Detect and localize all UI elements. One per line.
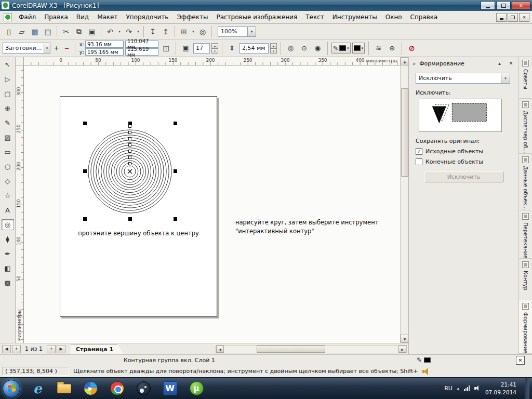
menu-edit[interactable]: Правка bbox=[40, 11, 72, 23]
undo-icon[interactable]: ↶ bbox=[104, 25, 116, 38]
minimize-button[interactable] bbox=[481, 1, 495, 10]
presets-value[interactable]: Заготовки... bbox=[3, 43, 44, 54]
basic-shapes-tool[interactable]: ☆ bbox=[2, 190, 14, 201]
menu-view[interactable]: Вид bbox=[72, 11, 93, 23]
mdi-restore-button[interactable] bbox=[508, 13, 518, 22]
menu-file[interactable]: Файл bbox=[15, 11, 40, 23]
scroll-left-icon[interactable]: ◀ bbox=[216, 345, 224, 353]
vertical-ruler[interactable]: 300 250 200 150 100 50 0 миллиметры bbox=[16, 65, 24, 343]
freehand-tool[interactable]: ✎ bbox=[2, 117, 14, 128]
save-icon[interactable]: ▦ bbox=[29, 25, 41, 38]
docker-close-icon[interactable]: ✕ bbox=[507, 60, 515, 67]
docker-rollup-icon[interactable]: ▴ bbox=[496, 60, 503, 67]
word-icon[interactable]: W bbox=[161, 380, 179, 397]
shaping-mode-dropdown-icon[interactable]: ▾ bbox=[501, 73, 510, 84]
menu-effects[interactable]: Эффекты bbox=[172, 11, 212, 23]
spinner-up-icon[interactable]: ▴ bbox=[270, 43, 277, 48]
windows-explorer-icon[interactable] bbox=[55, 380, 73, 397]
color-acceleration-icon[interactable]: ⊛ bbox=[386, 42, 398, 54]
polygon-tool[interactable]: ◇ bbox=[2, 176, 14, 187]
new-icon[interactable]: ▯ bbox=[3, 25, 15, 38]
docker-tab-object-data[interactable]: Данные объек... bbox=[519, 154, 532, 210]
selection-handle[interactable] bbox=[83, 169, 87, 173]
selection-handle[interactable] bbox=[174, 122, 177, 125]
to-center-contour-icon[interactable]: ◎ bbox=[285, 42, 297, 54]
vertical-scrollbar[interactable]: ▲ ▼ bbox=[400, 57, 408, 343]
paste-icon[interactable]: ▣ bbox=[86, 25, 98, 38]
nonproportional-lock-icon[interactable]: ◫ bbox=[160, 42, 172, 54]
source-objects-option[interactable]: ✓ Исходные объекты bbox=[416, 148, 512, 155]
fill-color-picker[interactable]: ▾ bbox=[352, 43, 365, 54]
source-objects-checkbox[interactable]: ✓ bbox=[416, 148, 422, 155]
add-preset-button[interactable]: + bbox=[52, 44, 61, 52]
start-button[interactable] bbox=[3, 380, 20, 397]
docker-tab-tips[interactable]: Советы bbox=[519, 57, 532, 99]
horizontal-scroll-thumb[interactable] bbox=[257, 345, 325, 353]
mdi-minimize-button[interactable] bbox=[496, 13, 507, 22]
docker-tab-shaping[interactable]: Формирование bbox=[519, 300, 532, 354]
drawing-area[interactable]: протяните вершину объекта к центру нарис… bbox=[24, 65, 400, 343]
rectangle-tool[interactable]: ▭ bbox=[2, 147, 14, 157]
docker-tab-contour[interactable]: Контур bbox=[519, 259, 532, 300]
menu-help[interactable]: Справка bbox=[406, 11, 442, 23]
contour-steps-field[interactable]: 17 bbox=[193, 43, 210, 54]
crop-tool[interactable]: ▢ bbox=[2, 88, 14, 99]
interactive-contour-tool[interactable]: ◎ bbox=[2, 219, 14, 230]
horizontal-scrollbar[interactable]: ◀ ▶ bbox=[216, 345, 407, 353]
shape-tool[interactable]: ▷ bbox=[2, 74, 14, 85]
language-indicator[interactable]: RU bbox=[444, 385, 453, 392]
media-player-icon[interactable]: ▶ bbox=[82, 380, 99, 397]
eyedropper-tool[interactable]: ⧫ bbox=[2, 234, 14, 245]
target-objects-checkbox[interactable] bbox=[416, 158, 422, 165]
menu-layout[interactable]: Макет bbox=[93, 11, 122, 23]
spinner-down-icon[interactable]: ▾ bbox=[270, 48, 277, 54]
steam-icon[interactable] bbox=[135, 380, 152, 397]
outside-contour-icon[interactable]: ◉ bbox=[312, 42, 324, 54]
network-icon[interactable] bbox=[464, 385, 470, 391]
first-page-icon[interactable]: ◀ bbox=[2, 345, 11, 353]
clear-contour-icon[interactable]: ⊘ bbox=[406, 42, 418, 54]
selection-handle[interactable] bbox=[83, 122, 87, 125]
tray-clock[interactable]: 21:41 07.09.2014 bbox=[485, 381, 516, 395]
outline-pen-tool[interactable]: ✒ bbox=[2, 248, 14, 259]
hidden-icons-icon[interactable]: ▴ bbox=[457, 386, 459, 391]
page-tab[interactable]: Страница 1 bbox=[71, 344, 124, 354]
text-tool[interactable]: А bbox=[2, 205, 14, 216]
page[interactable]: протяните вершину объекта к центру bbox=[60, 96, 217, 317]
restore-button[interactable] bbox=[496, 1, 511, 10]
spinner-up-icon[interactable]: ▴ bbox=[211, 43, 218, 48]
docker-collapse-arrows-icon[interactable]: » bbox=[413, 61, 416, 66]
y-position-field[interactable]: 195.165 мм bbox=[85, 48, 124, 56]
volume-icon[interactable] bbox=[474, 385, 481, 391]
contour-group-drawing[interactable] bbox=[60, 97, 218, 317]
vertical-scroll-thumb[interactable] bbox=[401, 88, 408, 177]
zoom-tool[interactable]: ⊕ bbox=[2, 103, 14, 114]
ruler-corner[interactable] bbox=[16, 57, 24, 65]
copy-icon[interactable]: ⧉ bbox=[73, 25, 85, 38]
ellipse-tool[interactable]: ○ bbox=[2, 161, 14, 172]
object-acceleration-icon[interactable]: ≋ bbox=[373, 42, 384, 54]
remove-preset-button[interactable]: − bbox=[62, 44, 71, 52]
trim-apply-button[interactable]: Исключить bbox=[424, 171, 503, 182]
mdi-close-button[interactable]: ✕ bbox=[519, 13, 529, 22]
add-page-before-icon[interactable]: + bbox=[12, 345, 21, 353]
presets-dropdown-icon[interactable]: ▾ bbox=[44, 43, 50, 54]
selection-handle[interactable] bbox=[174, 169, 177, 173]
docker-tab-blend[interactable]: Перетекание bbox=[519, 210, 532, 259]
contour-offset-field[interactable]: 2,54 мм bbox=[240, 43, 269, 54]
menu-text[interactable]: Текст bbox=[301, 11, 328, 23]
selection-handle[interactable] bbox=[128, 217, 132, 221]
corel-online-icon[interactable]: ◎ bbox=[196, 25, 209, 38]
cut-icon[interactable]: ✂ bbox=[60, 25, 72, 38]
pick-tool[interactable]: ↖ bbox=[2, 59, 14, 70]
add-page-after-icon[interactable]: + bbox=[47, 345, 56, 353]
scroll-down-icon[interactable]: ▼ bbox=[401, 335, 409, 343]
application-launcher-dropdown-icon[interactable]: ▾ bbox=[191, 25, 196, 38]
menu-bitmaps[interactable]: Растровые изображения bbox=[212, 11, 301, 23]
target-objects-option[interactable]: Конечные объекты bbox=[416, 158, 512, 165]
application-launcher-icon[interactable]: ⊞ bbox=[178, 25, 190, 38]
object-height-field[interactable]: 115.619 мм bbox=[125, 48, 158, 56]
fill-tool[interactable]: ◧ bbox=[2, 263, 14, 274]
print-icon[interactable]: ▤ bbox=[42, 25, 54, 38]
internet-explorer-icon[interactable]: e bbox=[29, 380, 46, 397]
